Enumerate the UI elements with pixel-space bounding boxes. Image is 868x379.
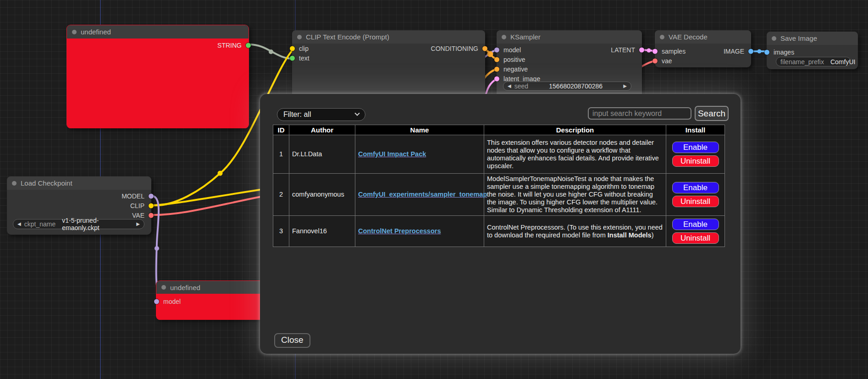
output-label-model: MODEL [122, 192, 144, 200]
clip-input-dot[interactable] [290, 46, 295, 51]
node-undefined-top[interactable]: undefined STRING [66, 25, 249, 128]
latent-output-dot[interactable] [639, 47, 644, 52]
node-title: KSampler [510, 33, 541, 41]
filename-prefix-widget[interactable]: filename_prefix ComfyUI [776, 57, 851, 66]
node-vae-decode[interactable]: VAE Decode samples IMAGE vae [655, 30, 751, 67]
node-title: VAE Decode [669, 33, 708, 41]
model-input-dot[interactable] [154, 299, 159, 304]
enable-button[interactable]: Enable [672, 182, 719, 193]
ckpt-name-widget[interactable]: ◀ ckpt_name v1-5-pruned-emaonly.ckpt ▶ [13, 219, 144, 229]
output-label-string: STRING [217, 42, 242, 49]
vae-input-dot[interactable] [652, 58, 658, 63]
cell-id: 2 [273, 174, 289, 216]
filter-select-value: Filter: all [283, 110, 311, 119]
filename-prefix-value[interactable]: ComfyUI [830, 58, 855, 66]
node-title-bar[interactable]: KSampler [497, 30, 642, 44]
close-button[interactable]: Close [274, 333, 310, 348]
node-title-bar[interactable]: undefined [67, 25, 249, 38]
node-title-bar[interactable]: CLIP Text Encode (Prompt) [292, 30, 485, 44]
table-row: 2 comfyanonymous ComfyUI_experiments/sam… [273, 174, 725, 216]
seed-widget-value[interactable]: 156680208700286 [549, 82, 603, 90]
custom-nodes-manager-dialog: Filter: all Search ID Author Name Descri… [260, 94, 741, 354]
filter-select[interactable]: Filter: all [277, 108, 365, 121]
uninstall-button[interactable]: Uninstall [672, 155, 719, 167]
node-save-image[interactable]: Save Image images filename_prefix ComfyU… [767, 32, 858, 69]
uninstall-button[interactable]: Uninstall [672, 232, 719, 244]
cell-description: ModelSamplerTonemapNoiseTest a node that… [484, 174, 666, 216]
output-label-vae: VAE [132, 212, 144, 219]
node-title-bar[interactable]: Save Image [767, 32, 858, 45]
model-input-dot[interactable] [494, 47, 499, 52]
search-input[interactable] [588, 107, 691, 120]
collapse-dot-icon[interactable] [660, 35, 664, 39]
input-label-clip: clip [299, 45, 309, 52]
cell-author: comfyanonymous [289, 174, 355, 216]
node-title-bar[interactable]: Load Checkpoint [7, 176, 151, 190]
col-header-author: Author [289, 125, 355, 135]
node-title: Save Image [780, 34, 817, 42]
input-label-negative: negative [503, 66, 528, 73]
col-header-install: Install [666, 125, 725, 135]
positive-input-dot[interactable] [494, 57, 499, 62]
extension-link[interactable]: ControlNet Preprocessors [358, 227, 441, 235]
seed-widget[interactable]: ◀ seed 156680208700286 ▶ [503, 82, 631, 91]
cell-description: ControlNet Preprocessors. (To use this e… [484, 216, 666, 247]
extension-table-scroll-area[interactable]: ID Author Name Description Install 1 Dr.… [273, 125, 733, 306]
text-input-dot[interactable] [290, 55, 295, 60]
samples-input-dot[interactable] [652, 49, 658, 54]
filename-prefix-label: filename_prefix [780, 58, 824, 66]
latent-image-input-dot[interactable] [494, 76, 499, 81]
cell-author: Dr.Lt.Data [289, 135, 355, 174]
next-arrow-icon[interactable]: ▶ [136, 222, 140, 226]
prev-arrow-icon[interactable]: ◀ [17, 222, 21, 226]
collapse-dot-icon[interactable] [297, 35, 302, 39]
model-output-dot[interactable] [149, 193, 154, 198]
vae-output-dot[interactable] [149, 213, 154, 218]
input-label-model: model [163, 298, 181, 305]
node-title: Load Checkpoint [21, 179, 72, 187]
col-header-description: Description [484, 125, 666, 135]
extension-link[interactable]: ComfyUI Impact Pack [358, 150, 426, 158]
table-row: 3 Fannovel16 ControlNet Preprocessors Co… [273, 216, 725, 247]
chevron-down-icon [354, 111, 359, 116]
node-title-bar[interactable]: VAE Decode [655, 30, 751, 44]
increment-arrow-icon[interactable]: ▶ [623, 84, 627, 88]
negative-input-dot[interactable] [494, 66, 499, 71]
input-label-model: model [503, 46, 521, 54]
collapse-dot-icon[interactable] [72, 30, 77, 34]
node-load-checkpoint[interactable]: Load Checkpoint MODEL CLIP VAE ◀ ckpt_na… [7, 176, 151, 235]
extension-table: ID Author Name Description Install 1 Dr.… [273, 125, 725, 247]
node-title: CLIP Text Encode (Prompt) [306, 33, 389, 41]
collapse-dot-icon[interactable] [12, 181, 17, 186]
uninstall-button[interactable]: Uninstall [672, 196, 719, 207]
input-label-images: images [774, 49, 794, 56]
input-label-vae: vae [662, 57, 672, 65]
string-output-dot[interactable] [246, 43, 251, 48]
seed-widget-label: seed [514, 82, 528, 90]
enable-button[interactable]: Enable [672, 219, 719, 230]
collapse-dot-icon[interactable] [502, 35, 506, 39]
collapse-dot-icon[interactable] [772, 36, 776, 41]
cell-description: This extension offers various detector n… [484, 135, 666, 174]
input-label-positive: positive [503, 56, 525, 63]
decrement-arrow-icon[interactable]: ◀ [508, 84, 511, 88]
collapse-dot-icon[interactable] [161, 285, 166, 290]
extension-link[interactable]: ComfyUI_experiments/sampler_tonemap [358, 191, 487, 198]
ckpt-name-value[interactable]: v1-5-pruned-emaonly.ckpt [62, 217, 130, 231]
node-graph-canvas[interactable]: undefined STRING CLIP Text Encode (Promp… [0, 0, 868, 379]
ckpt-name-label: ckpt_name [24, 220, 55, 228]
input-label-samples: samples [662, 48, 686, 55]
col-header-name: Name [355, 125, 484, 135]
enable-button[interactable]: Enable [672, 142, 719, 153]
images-input-dot[interactable] [764, 49, 769, 55]
cell-author: Fannovel16 [289, 216, 355, 247]
clip-output-dot[interactable] [149, 203, 154, 208]
input-label-text: text [299, 55, 310, 62]
cell-id: 3 [273, 216, 289, 247]
node-title: undefined [170, 284, 200, 291]
scroll-spacer [273, 247, 733, 306]
image-output-dot[interactable] [748, 49, 753, 54]
search-button[interactable]: Search [695, 106, 729, 121]
conditioning-output-dot[interactable] [482, 46, 487, 51]
output-label-conditioning: CONDITIONING [431, 45, 478, 52]
